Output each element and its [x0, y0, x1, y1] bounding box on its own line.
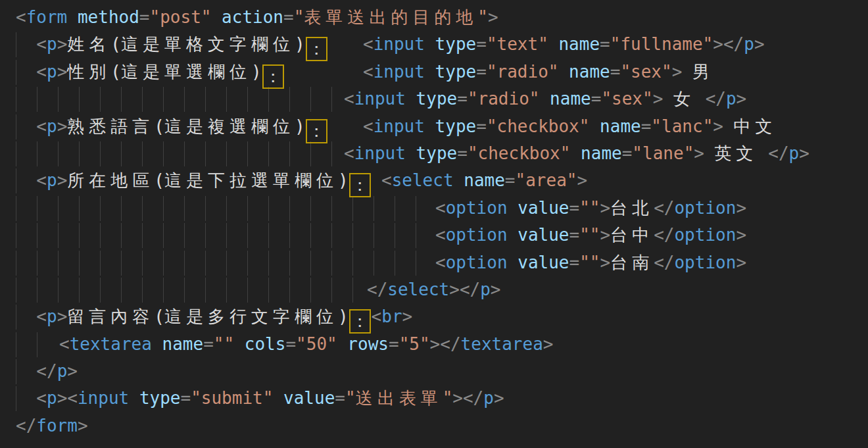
indent-guide — [247, 196, 248, 221]
code-token: "" — [579, 198, 600, 218]
code-token — [695, 89, 706, 109]
code-token: 留言內容 — [67, 307, 154, 326]
code-line[interactable]: <option value="">台南</option> — [0, 249, 868, 276]
code-label-segment: </p> — [16, 361, 78, 381]
indent-guide — [16, 251, 16, 276]
indent-guide — [226, 141, 227, 166]
indent-guide — [142, 251, 143, 276]
code-token: type — [435, 116, 477, 136]
indent-guide — [100, 141, 101, 166]
code-line[interactable]: <p>性別(這是單選欄位)：<input type="radio" name="… — [0, 59, 868, 86]
code-token: form — [26, 7, 68, 27]
code-segment: <input type="text" name="fullname"></p> — [363, 31, 765, 58]
code-token — [508, 253, 518, 272]
code-line[interactable]: <p>姓名(這是單格文字欄位)：<input type="text" name=… — [0, 31, 868, 58]
code-line[interactable]: <form method="post" action="表單送出的目的地"> — [0, 4, 868, 31]
code-token: > — [577, 170, 587, 190]
code-token — [234, 334, 245, 354]
indent-guide — [374, 251, 374, 276]
code-token: value — [518, 198, 569, 218]
code-segment: <textarea name="" cols="50" rows="5"></t… — [59, 331, 553, 358]
code-line[interactable]: <option value="">台中</option> — [0, 222, 868, 249]
code-token: = — [641, 116, 652, 136]
code-token: < — [372, 307, 382, 326]
code-line[interactable]: <p>熟悉語言(這是複選欄位)：<input type="checkbox" n… — [0, 113, 868, 140]
code-token: < — [381, 170, 392, 190]
code-token: name — [581, 143, 622, 163]
code-line[interactable]: </p> — [0, 358, 868, 385]
code-token: > — [67, 361, 78, 381]
code-token: p — [744, 34, 754, 54]
code-token: = — [203, 334, 214, 354]
indent-guide — [205, 278, 206, 303]
code-line[interactable]: <textarea name="" cols="50" rows="5"></t… — [0, 331, 868, 358]
code-line[interactable]: <input type="radio" name="sex"> 女 </p> — [0, 86, 868, 112]
code-token: 姓名 — [67, 34, 110, 54]
code-token: = — [505, 170, 516, 190]
code-token: 這是單選欄位 — [121, 62, 251, 82]
code-token: 性別 — [67, 62, 110, 82]
code-token: input — [354, 89, 406, 109]
indent-guide — [37, 141, 37, 166]
code-token: 這是單格文字欄位 — [121, 34, 295, 54]
indent-guide — [163, 87, 164, 112]
code-token: > — [694, 143, 704, 163]
code-segment: <option value="">台中</option> — [435, 222, 746, 249]
code-line[interactable]: <p>所在地區(這是下拉選單欄位)：<select name="area"> — [0, 167, 868, 194]
indent-guide — [352, 196, 353, 221]
indent-guide — [58, 196, 59, 221]
code-token: > — [600, 198, 610, 218]
code-label-segment: <p>留言內容(這是多行文字欄位)：<br> — [16, 307, 412, 326]
code-token: 英文 — [715, 143, 758, 163]
indent-guide — [268, 278, 269, 303]
indent-guide — [247, 223, 248, 248]
indent-guide — [58, 141, 59, 166]
code-token: name — [558, 34, 600, 54]
code-token: < — [363, 62, 374, 82]
code-line[interactable]: <input type="checkbox" name="lane"> 英文 <… — [0, 140, 868, 167]
code-token: = — [569, 253, 580, 272]
indent-guide — [121, 251, 122, 276]
code-token: </ — [654, 225, 674, 245]
code-token: > — [57, 116, 68, 136]
code-token: form — [36, 416, 78, 436]
code-token — [548, 34, 559, 54]
code-line[interactable]: </select></p> — [0, 276, 868, 303]
code-token — [508, 198, 518, 218]
code-token: name — [550, 89, 591, 109]
indent-guide — [289, 196, 290, 221]
indent-guide — [79, 141, 80, 166]
code-line[interactable]: <p>留言內容(這是多行文字欄位)：<br> — [0, 303, 868, 330]
code-segment: </select></p> — [367, 276, 501, 303]
indent-guide — [121, 278, 122, 303]
code-token: > — [754, 34, 765, 54]
code-token — [67, 7, 78, 27]
code-line[interactable]: <option value="">台北</option> — [0, 195, 868, 222]
indent-guide — [79, 251, 80, 276]
code-token: 台南 — [610, 253, 654, 272]
code-token: = — [569, 198, 580, 218]
code-token — [663, 89, 673, 109]
indent-guide — [205, 196, 206, 221]
code-token: > — [736, 198, 746, 218]
code-token: cols — [245, 334, 286, 354]
code-token: 表單送出的目的地 — [304, 7, 477, 27]
indent-guide — [352, 278, 353, 303]
code-label-segment: <form method="post" action="表單送出的目的地"> — [16, 7, 498, 27]
code-token: ) — [338, 307, 349, 326]
indent-guide — [58, 251, 59, 276]
code-line[interactable]: <p><input type="submit" value="送出表單"></p… — [0, 385, 868, 412]
indent-guide — [121, 223, 122, 248]
indent-guide — [331, 278, 332, 303]
indent-guide — [16, 141, 16, 166]
indent-guide — [226, 87, 227, 112]
code-token: > — [449, 280, 460, 299]
code-editor-text-area[interactable]: <form method="post" action="表單送出的目的地"> <… — [0, 0, 868, 448]
code-token: input — [374, 116, 425, 136]
code-token: > — [452, 388, 463, 408]
code-token: = — [335, 388, 345, 408]
code-token: 中文 — [734, 116, 777, 136]
code-line[interactable]: </form> — [0, 412, 868, 439]
code-token: p — [47, 34, 57, 54]
code-token: "50" — [296, 334, 337, 354]
